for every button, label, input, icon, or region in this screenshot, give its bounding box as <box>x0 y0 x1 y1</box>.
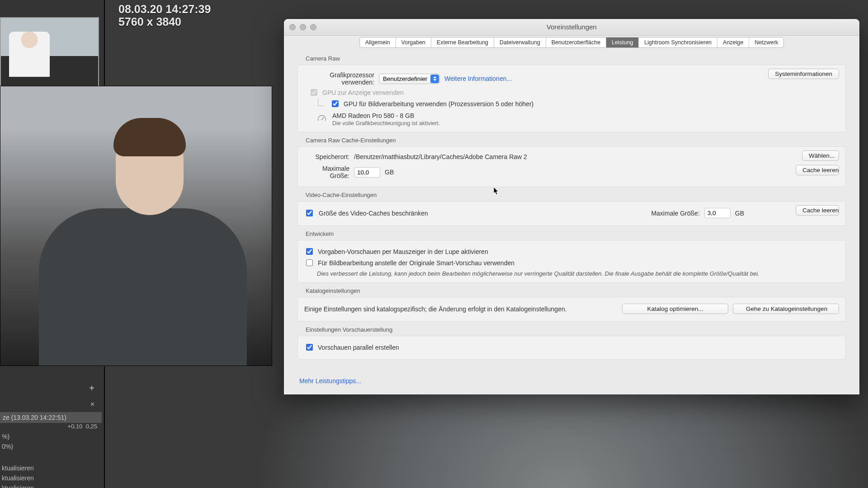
webcam-overlay <box>0 86 272 366</box>
window-title: Voreinstellungen <box>284 23 859 31</box>
truncated-action-2[interactable]: ktualisieren <box>0 474 102 482</box>
cache-max-label: Maximale Größe: <box>304 165 349 179</box>
gpu-name: AMD Radeon Pro 580 - 8 GB <box>332 112 440 119</box>
filmstrip-thumbnail[interactable] <box>0 17 99 88</box>
cache-purge-button[interactable]: Cache leeren <box>796 165 839 175</box>
gpu-display-label: GPU zur Anzeige verwenden <box>322 89 404 96</box>
gpu-use-select-wrap: Benutzerdefiniert <box>379 74 440 84</box>
gpu-processing-checkbox[interactable] <box>332 100 339 107</box>
section-develop-title: Entwickeln <box>306 230 846 237</box>
parallel-preview-checkbox[interactable] <box>306 344 313 351</box>
system-info-button[interactable]: Systeminformationen <box>768 69 839 79</box>
truncated-text-1: %) <box>0 433 102 440</box>
tab-lightroom-synchronisieren[interactable]: Lightroom Synchronisieren <box>639 38 717 47</box>
add-icon[interactable]: + <box>89 383 94 394</box>
section-video-cache: Größe des Video-Caches beschränken Maxim… <box>297 201 846 226</box>
section-preview-gen: Vorschauen parallel erstellen <box>297 336 846 360</box>
video-cache-limit-checkbox[interactable] <box>306 210 313 216</box>
gpu-more-info-link[interactable]: Weitere Informationen... <box>444 75 512 82</box>
catalog-settings-button[interactable]: Gehe zu Katalogeinstellungen <box>733 304 839 314</box>
video-cache-limit-label: Größe des Video-Caches beschränken <box>319 210 428 217</box>
tab-netzwerk[interactable]: Netzwerk <box>749 38 783 47</box>
hover-preview-label: Vorgaben-Vorschauen per Mauszeiger in de… <box>318 248 488 255</box>
catalog-optimize-button[interactable]: Katalog optimieren... <box>622 304 728 314</box>
tab-vorgaben[interactable]: Vorgaben <box>396 38 432 47</box>
cache-location-label: Speicherort: <box>304 153 349 160</box>
truncated-action-3[interactable]: ktualisieren <box>0 484 102 488</box>
hover-preview-checkbox[interactable] <box>306 248 313 255</box>
smart-preview-label: Für Bildbearbeitung anstelle der Origina… <box>318 259 514 267</box>
section-cr-cache: Speicherort: /Benutzer/matthiasbutz/Libr… <box>297 146 846 187</box>
cache-max-input[interactable] <box>354 167 380 178</box>
prefs-content: Camera Raw Grafikprozessor verwenden: Be… <box>297 51 846 389</box>
tab-leistung[interactable]: Leistung <box>606 38 639 47</box>
mouse-cursor <box>493 187 500 196</box>
gpu-use-label: Grafikprozessor verwenden: <box>304 71 374 86</box>
gpu-display-checkbox <box>311 89 317 96</box>
smart-preview-checkbox[interactable] <box>306 259 313 266</box>
section-catalog: Einige Einstellungen sind katalogspezifi… <box>297 297 846 322</box>
cache-choose-button[interactable]: Wählen... <box>802 150 839 161</box>
close-icon[interactable]: × <box>90 400 94 408</box>
prefs-tabbar: AllgemeinVorgabenExterne BearbeitungDate… <box>284 37 859 48</box>
video-cache-max-label: Maximale Größe: <box>651 210 699 217</box>
cache-location-value: /Benutzer/matthiasbutz/Library/Caches/Ad… <box>354 153 527 160</box>
tab-allgemein[interactable]: Allgemein <box>360 38 396 47</box>
more-performance-tips-link[interactable]: Mehr Leistungstipps... <box>299 377 361 385</box>
tab-externe-bearbeitung[interactable]: Externe Bearbeitung <box>431 38 494 47</box>
history-entry[interactable]: ze (13.03.20 14:22:51) <box>0 412 102 423</box>
history-values: +0,10 0,25 <box>0 423 102 430</box>
truncated-action-1[interactable]: ktualisieren <box>0 465 102 472</box>
section-cr-cache-title: Camera Raw Cache-Einstellungen <box>306 137 846 144</box>
tab-benutzeroberfläche[interactable]: Benutzeroberfläche <box>546 38 606 47</box>
video-cache-purge-button[interactable]: Cache leeren <box>796 205 839 216</box>
image-dimensions: 5760 x 3840 <box>118 15 181 28</box>
gpu-processing-label: GPU für Bildverarbeitung verwenden (Proz… <box>344 100 533 108</box>
gauge-icon <box>317 113 327 123</box>
section-catalog-title: Katalogeinstellungen <box>306 287 846 294</box>
parallel-preview-label: Vorschauen parallel erstellen <box>318 344 399 351</box>
truncated-text-2: 0%) <box>0 443 102 450</box>
image-timestamp: 08.03.20 14:27:39 <box>118 3 211 16</box>
gpu-use-select[interactable]: Benutzerdefiniert <box>379 74 440 84</box>
tree-elbow-icon <box>318 99 324 106</box>
gpu-status: Die volle Grafikbeschleunigung ist aktiv… <box>332 120 440 127</box>
tab-dateiverwaltung[interactable]: Dateiverwaltung <box>494 38 546 47</box>
section-camera-raw: Grafikprozessor verwenden: Benutzerdefin… <box>297 65 846 132</box>
cache-max-unit: GB <box>385 169 394 176</box>
section-video-cache-title: Video-Cache-Einstellungen <box>306 192 846 198</box>
catalog-note: Einige Einstellungen sind katalogspezifi… <box>304 305 567 313</box>
video-cache-max-input[interactable] <box>704 208 731 218</box>
window-titlebar[interactable]: Voreinstellungen <box>284 19 859 36</box>
preferences-window: Voreinstellungen AllgemeinVorgabenExtern… <box>284 19 859 394</box>
section-camera-raw-title: Camera Raw <box>306 55 846 62</box>
smart-preview-hint: Dies verbessert die Leistung, kann jedoc… <box>317 270 839 277</box>
section-preview-gen-title: Einstellungen Vorschauerstellung <box>306 326 846 333</box>
section-develop: Vorgaben-Vorschauen per Mauszeiger in de… <box>297 240 846 283</box>
video-cache-max-unit: GB <box>735 210 744 217</box>
tab-anzeige[interactable]: Anzeige <box>717 38 749 47</box>
